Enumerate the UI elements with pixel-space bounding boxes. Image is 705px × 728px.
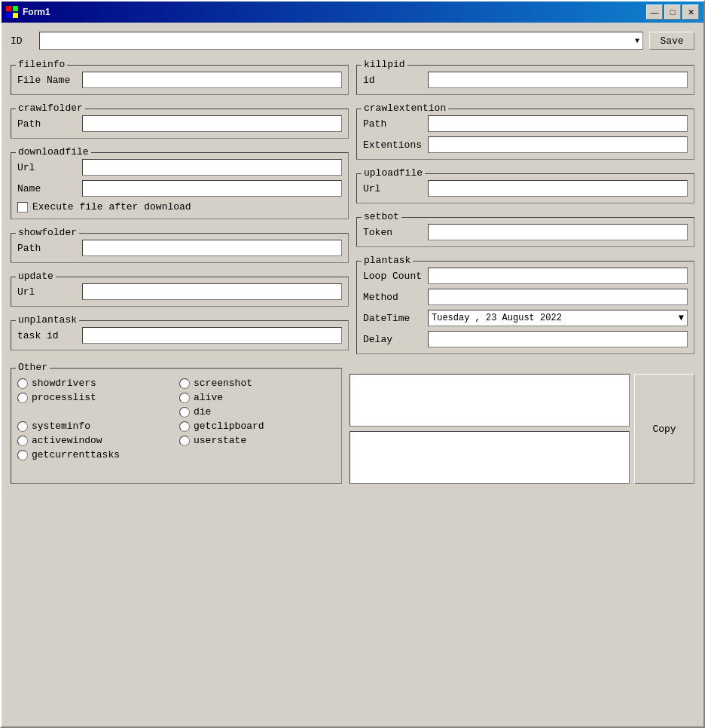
maximize-button[interactable]: □ — [664, 5, 681, 20]
radio-getcurrenttasks[interactable]: getcurrenttasks — [17, 449, 173, 460]
radio-alive[interactable]: alive — [179, 392, 335, 403]
radio-processlist-circle — [17, 393, 28, 403]
crawlext-path-row: Path — [363, 115, 688, 132]
radio-systeminfo[interactable]: systeminfo — [17, 421, 173, 432]
file-name-row: File Name — [17, 72, 342, 88]
radio-systeminfo-circle — [17, 421, 28, 432]
plantask-loop-input[interactable] — [428, 268, 688, 284]
output-box-2[interactable] — [349, 431, 630, 484]
radio-grid: showdrivers screenshot processlist alive — [17, 375, 335, 460]
crawlext-ext-label: Extentions — [363, 139, 423, 151]
radio-alive-label: alive — [194, 392, 223, 403]
setbot-title: setbot — [362, 211, 401, 222]
datetime-combo[interactable]: Tuesday , 23 August 2022 ▼ — [428, 310, 688, 326]
id-row: ID ▼ Save — [11, 32, 694, 50]
crawlfolder-path-input[interactable] — [82, 115, 342, 132]
crawlext-ext-row: Extentions — [363, 136, 688, 153]
svg-rect-3 — [13, 13, 18, 18]
radio-getclipboard-label: getclipboard — [194, 421, 264, 432]
update-group: update Url — [11, 277, 349, 307]
update-url-input[interactable] — [82, 283, 342, 300]
killpid-id-row: id — [363, 72, 688, 88]
downloadfile-title: downloadfile — [16, 146, 91, 158]
downloadfile-group: downloadfile Url Name Execute file after… — [11, 152, 349, 219]
upload-url-input[interactable] — [428, 180, 688, 197]
plantask-method-row: Method — [363, 289, 688, 305]
fileinfo-group: fileinfo File Name — [11, 65, 349, 95]
bottom-section: Other showdrivers screenshot processlist — [11, 362, 694, 484]
crawlext-path-input[interactable] — [428, 115, 688, 132]
radio-processlist-label: processlist — [32, 392, 96, 403]
fileinfo-title: fileinfo — [16, 59, 67, 70]
plantask-method-input[interactable] — [428, 289, 688, 305]
radio-screenshot-label: screenshot — [194, 378, 252, 389]
title-bar-left: Form1 — [6, 6, 50, 18]
other-group: Other showdrivers screenshot processlist — [11, 368, 342, 484]
id-combo[interactable]: ▼ — [39, 32, 643, 50]
unplantask-title: unplantask — [16, 314, 79, 326]
radio-systeminfo-label: systeminfo — [32, 421, 90, 432]
copy-button[interactable]: Copy — [634, 374, 694, 484]
radio-showdrivers-label: showdrivers — [32, 378, 96, 389]
chevron-down-icon: ▼ — [635, 37, 639, 45]
svg-rect-0 — [6, 6, 11, 11]
plantask-datetime-row: DateTime Tuesday , 23 August 2022 ▼ — [363, 310, 688, 326]
radio-processlist[interactable]: processlist — [17, 392, 173, 403]
crawlfolder-path-row: Path — [17, 115, 342, 132]
crawlext-path-label: Path — [363, 118, 423, 130]
crawlext-ext-input[interactable] — [428, 136, 688, 153]
minimize-button[interactable]: — — [646, 5, 663, 20]
radio-showdrivers[interactable]: showdrivers — [17, 378, 173, 389]
radio-activewindow-circle — [17, 436, 28, 446]
uploadfile-title: uploadfile — [362, 167, 425, 179]
download-name-input[interactable] — [82, 180, 342, 197]
main-grid: fileinfo File Name crawlfolder Path — [11, 59, 694, 354]
crawlextention-group: crawlextention Path Extentions — [356, 109, 694, 160]
crawlfolder-path-label: Path — [17, 118, 78, 130]
killpid-id-input[interactable] — [428, 72, 688, 88]
right-column: killpid id crawlextention Path Extention… — [356, 59, 694, 354]
radio-activewindow-label: activewindow — [32, 435, 102, 446]
crawlextention-title: crawlextention — [362, 102, 448, 114]
save-button[interactable]: Save — [649, 32, 694, 50]
showfolder-path-row: Path — [17, 240, 342, 256]
plantask-method-label: Method — [363, 292, 423, 303]
radio-die-circle — [179, 407, 190, 418]
plantask-delay-row: Delay — [363, 331, 688, 347]
plantask-datetime-label: DateTime — [363, 313, 423, 324]
radio-alive-circle — [179, 393, 190, 403]
radio-die-label: die — [194, 406, 211, 418]
showfolder-path-label: Path — [17, 243, 78, 254]
upload-url-label: Url — [363, 183, 423, 194]
radio-getclipboard[interactable]: getclipboard — [179, 421, 335, 432]
radio-screenshot[interactable]: screenshot — [179, 378, 335, 389]
setbot-token-input[interactable] — [428, 224, 688, 240]
showfolder-path-input[interactable] — [82, 240, 342, 256]
radio-screenshot-circle — [179, 378, 190, 389]
setbot-token-label: Token — [363, 227, 423, 238]
task-id-input[interactable] — [82, 327, 342, 344]
download-url-input[interactable] — [82, 159, 342, 176]
spacer — [17, 406, 173, 418]
radio-userstate[interactable]: userstate — [179, 435, 335, 446]
output-box-1[interactable] — [349, 374, 630, 427]
execute-checkbox[interactable] — [17, 202, 28, 213]
update-title: update — [16, 271, 56, 282]
output-boxes — [349, 374, 630, 484]
datetime-chevron-icon: ▼ — [679, 313, 684, 323]
output-section: Copy — [349, 368, 694, 484]
datetime-value: Tuesday , 23 August 2022 — [432, 313, 562, 323]
plantask-delay-input[interactable] — [428, 331, 688, 347]
window-title: Form1 — [23, 7, 50, 17]
plantask-group: plantask Loop Count Method DateTime Tues… — [356, 261, 694, 354]
close-button[interactable]: ✕ — [682, 5, 699, 20]
radio-die[interactable]: die — [179, 406, 335, 418]
execute-checkbox-row: Execute file after download — [17, 201, 342, 213]
radio-activewindow[interactable]: activewindow — [17, 435, 173, 446]
title-buttons: — □ ✕ — [646, 5, 699, 20]
file-name-input[interactable] — [82, 72, 342, 88]
showfolder-title: showfolder — [16, 227, 79, 238]
plantask-loop-label: Loop Count — [363, 271, 423, 282]
radio-showdrivers-circle — [17, 378, 28, 389]
crawlfolder-title: crawlfolder — [16, 102, 85, 114]
